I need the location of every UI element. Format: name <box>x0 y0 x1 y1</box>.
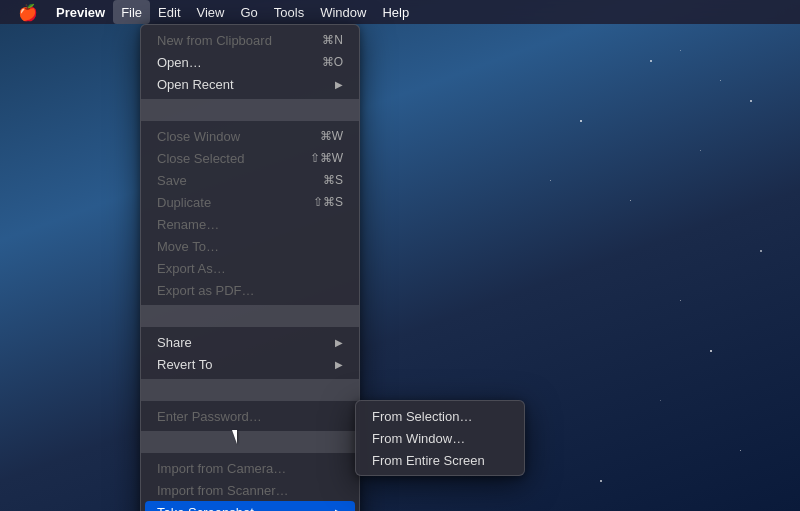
menubar-file-label: File <box>121 5 142 20</box>
menu-item-share[interactable]: Share ▶ <box>141 331 359 353</box>
menu-item-export-pdf[interactable]: Export as PDF… <box>141 279 359 301</box>
menu-item-export-as-label: Export As… <box>157 261 343 276</box>
menubar: 🍎 Preview File Edit View Go Tools Window… <box>0 0 800 24</box>
menubar-help[interactable]: Help <box>374 0 417 24</box>
menubar-window[interactable]: Window <box>312 0 374 24</box>
revert-to-arrow-icon: ▶ <box>335 359 343 370</box>
menubar-preview-label: Preview <box>56 5 105 20</box>
menu-item-from-window-label: From Window… <box>372 431 508 446</box>
menubar-view[interactable]: View <box>189 0 233 24</box>
apple-icon: 🍎 <box>18 3 38 22</box>
menu-item-from-selection-label: From Selection… <box>372 409 508 424</box>
screenshot-submenu-panel: From Selection… From Window… From Entire… <box>355 400 525 476</box>
menu-item-close-window-shortcut: ⌘W <box>320 129 343 143</box>
menu-item-revert-to-label: Revert To <box>157 357 335 372</box>
menu-item-save-label: Save <box>157 173 323 188</box>
menu-item-share-label: Share <box>157 335 335 350</box>
menu-item-enter-password-label: Enter Password… <box>157 409 343 424</box>
menu-item-enter-password[interactable]: Enter Password… <box>141 405 359 427</box>
menu-item-open-shortcut: ⌘O <box>322 55 343 69</box>
separator-1 <box>141 99 359 121</box>
apple-menu-button[interactable]: 🍎 <box>8 0 48 24</box>
menu-item-rename-label: Rename… <box>157 217 343 232</box>
menu-item-close-window-label: Close Window <box>157 129 320 144</box>
menu-item-take-screenshot[interactable]: Take Screenshot ▶ <box>145 501 355 511</box>
menubar-tools[interactable]: Tools <box>266 0 312 24</box>
menu-item-close-selected-label: Close Selected <box>157 151 310 166</box>
separator-4 <box>141 431 359 453</box>
menubar-window-label: Window <box>320 5 366 20</box>
menu-item-export-as[interactable]: Export As… <box>141 257 359 279</box>
menu-item-save-shortcut: ⌘S <box>323 173 343 187</box>
share-arrow-icon: ▶ <box>335 337 343 348</box>
separator-3 <box>141 379 359 401</box>
menubar-file[interactable]: File <box>113 0 150 24</box>
menu-item-duplicate-label: Duplicate <box>157 195 313 210</box>
menubar-view-label: View <box>197 5 225 20</box>
menu-item-import-scanner[interactable]: Import from Scanner… <box>141 479 359 501</box>
menu-item-move-to[interactable]: Move To… <box>141 235 359 257</box>
menu-item-take-screenshot-label: Take Screenshot <box>157 505 335 512</box>
menu-item-export-pdf-label: Export as PDF… <box>157 283 343 298</box>
menu-item-new-clipboard[interactable]: New from Clipboard ⌘N <box>141 29 359 51</box>
menu-item-new-clipboard-shortcut: ⌘N <box>322 33 343 47</box>
menu-item-open-label: Open… <box>157 55 322 70</box>
menu-item-duplicate[interactable]: Duplicate ⇧⌘S <box>141 191 359 213</box>
file-menu-dropdown: New from Clipboard ⌘N Open… ⌘O Open Rece… <box>140 24 360 511</box>
separator-2 <box>141 305 359 327</box>
menu-item-from-entire-screen[interactable]: From Entire Screen <box>356 449 524 471</box>
menu-item-import-camera-label: Import from Camera… <box>157 461 343 476</box>
menubar-edit-label: Edit <box>158 5 180 20</box>
file-menu-panel: New from Clipboard ⌘N Open… ⌘O Open Rece… <box>140 24 360 511</box>
menu-item-from-entire-screen-label: From Entire Screen <box>372 453 508 468</box>
menubar-tools-label: Tools <box>274 5 304 20</box>
menu-item-save[interactable]: Save ⌘S <box>141 169 359 191</box>
menu-item-import-scanner-label: Import from Scanner… <box>157 483 343 498</box>
menu-item-rename[interactable]: Rename… <box>141 213 359 235</box>
menu-item-from-selection[interactable]: From Selection… <box>356 405 524 427</box>
menubar-go-label: Go <box>240 5 257 20</box>
menu-item-new-clipboard-label: New from Clipboard <box>157 33 322 48</box>
open-recent-arrow-icon: ▶ <box>335 79 343 90</box>
menubar-preview[interactable]: Preview <box>48 0 113 24</box>
menu-item-revert-to[interactable]: Revert To ▶ <box>141 353 359 375</box>
menubar-help-label: Help <box>382 5 409 20</box>
menu-item-open-recent-label: Open Recent <box>157 77 335 92</box>
menu-item-close-selected[interactable]: Close Selected ⇧⌘W <box>141 147 359 169</box>
menu-item-close-window[interactable]: Close Window ⌘W <box>141 125 359 147</box>
menu-item-open-recent[interactable]: Open Recent ▶ <box>141 73 359 95</box>
menu-item-from-window[interactable]: From Window… <box>356 427 524 449</box>
menu-item-duplicate-shortcut: ⇧⌘S <box>313 195 343 209</box>
menu-item-import-camera[interactable]: Import from Camera… <box>141 457 359 479</box>
menu-item-move-to-label: Move To… <box>157 239 343 254</box>
menu-item-open[interactable]: Open… ⌘O <box>141 51 359 73</box>
take-screenshot-arrow-icon: ▶ <box>335 507 343 512</box>
menubar-go[interactable]: Go <box>232 0 265 24</box>
menu-item-close-selected-shortcut: ⇧⌘W <box>310 151 343 165</box>
menubar-edit[interactable]: Edit <box>150 0 188 24</box>
